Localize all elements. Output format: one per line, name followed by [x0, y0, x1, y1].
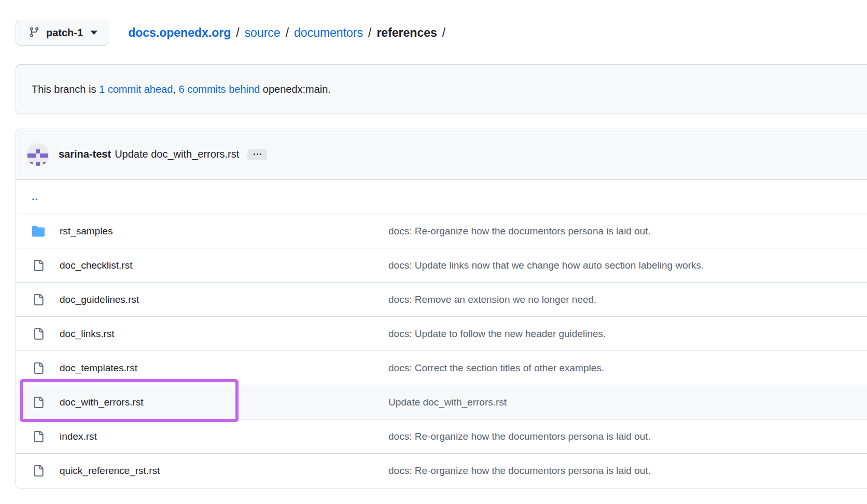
- breadcrumb-separator: /: [363, 26, 376, 40]
- breadcrumb-separator: /: [231, 26, 244, 40]
- table-row-highlighted: doc_with_errors.rst Update doc_with_erro…: [16, 385, 867, 419]
- banner-text-separator: ,: [173, 83, 178, 95]
- avatar[interactable]: [26, 143, 49, 166]
- page-header: patch-1 docs.openedx.org / source / docu…: [16, 20, 867, 46]
- file-name-link[interactable]: doc_with_errors.rst: [60, 397, 144, 408]
- file-name-link[interactable]: doc_guidelines.rst: [60, 294, 139, 305]
- commit-message-cell[interactable]: docs: Re-organize how the documentors pe…: [388, 431, 651, 442]
- commit-author-link[interactable]: sarina-test: [59, 148, 111, 160]
- breadcrumb-source-link[interactable]: source: [245, 26, 281, 40]
- file-name-link[interactable]: doc_templates.rst: [60, 362, 137, 373]
- file-icon: [32, 293, 45, 306]
- table-row: doc_templates.rst docs: Correct the sect…: [16, 351, 867, 385]
- commits-behind-link[interactable]: 6 commits behind: [178, 83, 260, 95]
- commit-message-link[interactable]: Update doc_with_errors.rst: [115, 148, 239, 160]
- git-branch-icon: [29, 26, 40, 39]
- branch-name-label: patch-1: [46, 27, 83, 39]
- commit-message-cell[interactable]: docs: Re-organize how the documentors pe…: [388, 226, 651, 236]
- file-name-link[interactable]: doc_checklist.rst: [60, 260, 132, 271]
- file-icon: [32, 465, 45, 477]
- folder-icon: [32, 225, 45, 237]
- file-icon: [32, 362, 45, 374]
- banner-text-prefix: This branch is: [32, 83, 99, 95]
- breadcrumb-separator: /: [281, 26, 294, 40]
- file-icon: [32, 259, 45, 272]
- branch-selector-button[interactable]: patch-1: [16, 20, 108, 46]
- file-name-link[interactable]: doc_links.rst: [60, 328, 115, 339]
- commit-message-cell[interactable]: docs: Re-organize how the documentors pe…: [388, 465, 651, 476]
- file-name-link[interactable]: rst_samples: [60, 226, 113, 236]
- kebab-horizontal-icon: [254, 153, 261, 155]
- file-browser-panel: sarina-test Update doc_with_errors.rst .…: [16, 129, 867, 488]
- banner-text-suffix: openedx:main.: [260, 83, 331, 95]
- chevron-down-icon: [90, 31, 97, 35]
- file-icon: [32, 328, 45, 340]
- commit-message-cell[interactable]: docs: Remove an extension we no longer n…: [388, 294, 596, 305]
- commit-message-cell[interactable]: docs: Update to follow the new header gu…: [388, 328, 606, 339]
- breadcrumb-documentors-link[interactable]: documentors: [294, 26, 363, 40]
- table-row: index.rst docs: Re-organize how the docu…: [16, 419, 867, 454]
- file-name-link[interactable]: quick_reference_rst.rst: [60, 465, 160, 476]
- table-row: doc_links.rst docs: Update to follow the…: [16, 317, 867, 351]
- table-row: doc_checklist.rst docs: Update links now…: [16, 248, 867, 283]
- commit-message-cell[interactable]: docs: Correct the section titles of othe…: [388, 362, 604, 373]
- breadcrumb-separator: /: [437, 26, 451, 40]
- table-row: rst_samples docs: Re-organize how the do…: [16, 214, 867, 248]
- commit-message-cell[interactable]: Update doc_with_errors.rst: [388, 397, 507, 408]
- table-row: quick_reference_rst.rst docs: Re-organiz…: [16, 454, 867, 488]
- file-name-link[interactable]: index.rst: [60, 431, 97, 442]
- commits-ahead-link[interactable]: 1 commit ahead: [99, 83, 173, 95]
- parent-directory-link[interactable]: ..: [32, 191, 38, 203]
- breadcrumb-repo-link[interactable]: docs.openedx.org: [128, 26, 231, 40]
- table-row-parent: ..: [16, 180, 867, 214]
- breadcrumb: docs.openedx.org / source / documentors …: [128, 26, 451, 40]
- commit-details-button[interactable]: [247, 149, 267, 160]
- branch-status-banner: This branch is 1 commit ahead, 6 commits…: [16, 64, 867, 114]
- file-icon: [32, 430, 45, 443]
- latest-commit-header: sarina-test Update doc_with_errors.rst: [16, 129, 867, 180]
- commit-message-cell[interactable]: docs: Update links now that we change ho…: [388, 260, 704, 271]
- breadcrumb-current-folder: references: [376, 26, 437, 40]
- file-icon: [32, 396, 45, 409]
- table-row: doc_guidelines.rst docs: Remove an exten…: [16, 283, 867, 317]
